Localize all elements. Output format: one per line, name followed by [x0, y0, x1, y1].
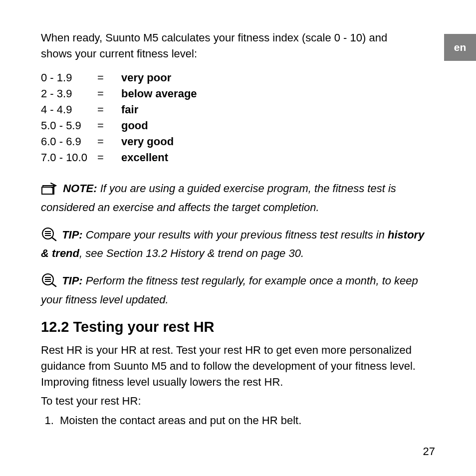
scale-range: 4 - 4.9 — [41, 102, 97, 118]
note-icon — [41, 182, 58, 200]
scale-eq: = — [97, 70, 121, 86]
scale-label: excellent — [121, 150, 207, 166]
scale-range: 0 - 1.9 — [41, 70, 97, 86]
scale-eq: = — [97, 150, 121, 166]
tip-text-post: , see Section 13.2 History & trend on pa… — [79, 247, 304, 259]
tip-lead: TIP: — [62, 274, 83, 287]
fitness-scale-table: 0 - 1.9 = very poor 2 - 3.9 = below aver… — [41, 70, 207, 166]
table-row: 7.0 - 10.0 = excellent — [41, 150, 207, 166]
scale-label: very good — [121, 134, 207, 150]
scale-eq: = — [97, 86, 121, 102]
manual-page: en When ready, Suunto M5 calculates your… — [0, 0, 476, 476]
table-row: 5.0 - 5.9 = good — [41, 118, 207, 134]
intro-paragraph: When ready, Suunto M5 calculates your fi… — [41, 30, 405, 62]
note-callout: NOTE: If you are using a guided exercise… — [41, 181, 435, 216]
scale-eq: = — [97, 118, 121, 134]
scale-eq: = — [97, 102, 121, 118]
scale-eq: = — [97, 134, 121, 150]
language-tab: en — [444, 34, 476, 61]
svg-line-6 — [52, 238, 56, 240]
svg-line-11 — [52, 283, 56, 286]
scale-range: 7.0 - 10.0 — [41, 150, 97, 166]
list-item: Moisten the contact areas and put on the… — [57, 412, 435, 429]
table-row: 6.0 - 6.9 = very good — [41, 134, 207, 150]
scale-label: good — [121, 118, 207, 134]
page-number: 27 — [423, 445, 435, 458]
table-row: 2 - 3.9 = below average — [41, 86, 207, 102]
table-row: 0 - 1.9 = very poor — [41, 70, 207, 86]
svg-rect-1 — [42, 187, 53, 194]
scale-label: below average — [121, 86, 207, 102]
tip-icon — [41, 272, 57, 292]
scale-range: 2 - 3.9 — [41, 86, 97, 102]
section-heading: 12.2 Testing your rest HR — [41, 319, 435, 335]
steps-list: Moisten the contact areas and put on the… — [41, 412, 435, 429]
scale-range: 6.0 - 6.9 — [41, 134, 97, 150]
body-paragraph: Rest HR is your HR at rest. Test your re… — [41, 342, 435, 390]
scale-range: 5.0 - 5.9 — [41, 118, 97, 134]
tip-callout: TIP: Compare your results with your prev… — [41, 227, 435, 262]
tip-lead: TIP: — [62, 229, 83, 241]
tip-callout: TIP: Perform the fitness test regularly,… — [41, 272, 435, 308]
tip-text: Perform the fitness test regularly, for … — [41, 274, 418, 306]
table-row: 4 - 4.9 = fair — [41, 102, 207, 118]
body-paragraph: To test your rest HR: — [41, 393, 435, 409]
scale-label: very poor — [121, 70, 207, 86]
scale-label: fair — [121, 102, 207, 118]
tip-icon — [41, 227, 57, 246]
tip-text-pre: Compare your results with your previous … — [83, 229, 388, 241]
note-lead: NOTE: — [63, 182, 97, 195]
